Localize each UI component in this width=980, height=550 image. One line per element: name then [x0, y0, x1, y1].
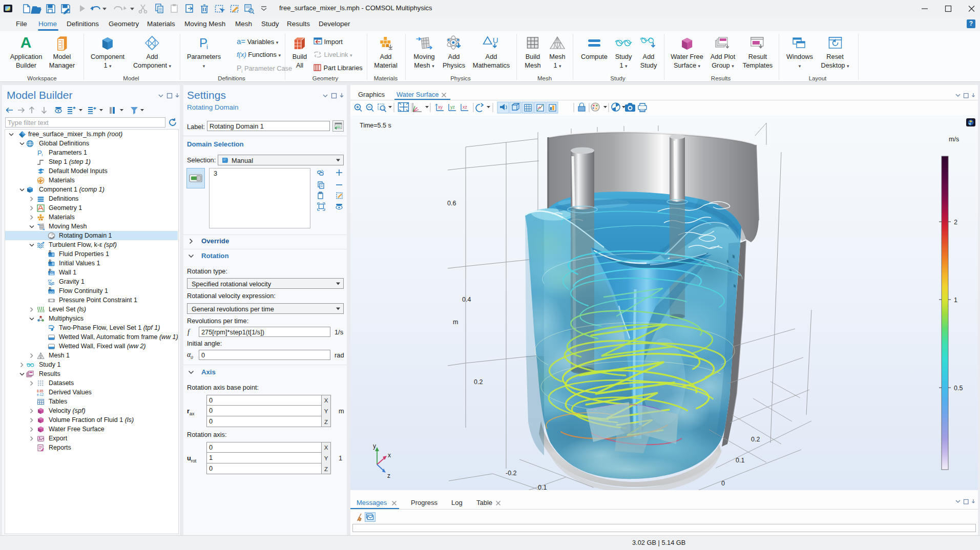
svg-text:y: y — [373, 442, 376, 450]
svg-text:0: 0 — [721, 480, 725, 487]
svg-text:0.2: 0.2 — [474, 378, 483, 386]
svg-text:2: 2 — [954, 219, 957, 226]
svg-text:Time=5.5 s: Time=5.5 s — [360, 122, 391, 129]
svg-text:D: D — [49, 287, 52, 290]
svg-text:i: i — [42, 153, 43, 157]
svg-text:0.6: 0.6 — [447, 200, 456, 207]
svg-text:i: i — [206, 43, 208, 51]
svg-text:0.2: 0.2 — [751, 436, 760, 443]
svg-text:m: m — [453, 319, 458, 326]
svg-text:e-12: e-12 — [37, 393, 44, 396]
svg-text:xz: xz — [463, 104, 468, 110]
svg-text:U: U — [493, 36, 498, 45]
svg-text:1: 1 — [954, 297, 957, 304]
svg-text:xx: xx — [48, 278, 52, 283]
svg-text:yz: yz — [450, 104, 455, 110]
svg-text:P: P — [37, 149, 42, 157]
svg-text:0.1: 0.1 — [538, 484, 547, 490]
svg-text:xy: xy — [438, 104, 443, 110]
svg-text:DC: DC — [50, 271, 54, 274]
svg-text:D: D — [49, 250, 52, 253]
svg-text:0.1: 0.1 — [736, 457, 744, 464]
svg-text:D: D — [49, 260, 52, 262]
svg-text:0.4: 0.4 — [462, 296, 471, 303]
svg-text:z: z — [387, 472, 390, 479]
svg-text:-0.2: -0.2 — [506, 470, 517, 477]
svg-text:DO: DO — [50, 290, 54, 293]
svg-text:0.5: 0.5 — [954, 385, 963, 392]
svg-text:x: x — [388, 452, 391, 459]
svg-text:A: A — [20, 35, 32, 51]
svg-text:8.85: 8.85 — [37, 389, 44, 393]
svg-text:m/s: m/s — [949, 136, 959, 143]
